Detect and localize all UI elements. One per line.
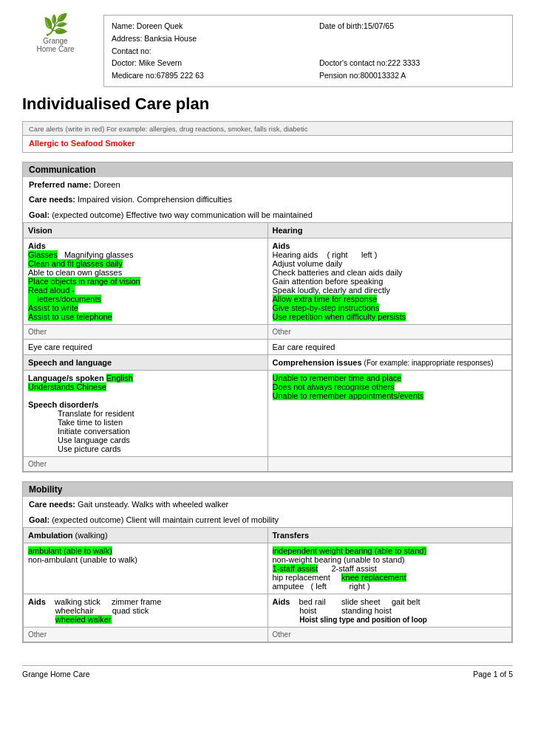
vision-header: Vision (24, 223, 268, 238)
vision-hearing-table: Vision Hearing Aids Glasses Magnifying g… (23, 222, 512, 472)
ambulant: ambulant (able to walk) (28, 546, 112, 555)
aids-ambulation-cell: Aids walking stick zimmer frame wheelcha… (24, 594, 268, 628)
care-needs-row: Care needs: Impaired vision. Comprehensi… (23, 192, 512, 207)
patient-medicare: Medicare no:67895 222 63 (112, 69, 297, 82)
speech-lang-cell: Language/s spoken English Understands Ch… (24, 371, 268, 457)
read-aloud: Read aloud - (28, 286, 75, 295)
not-recognise-others: Does not always recognise others (273, 382, 395, 391)
transfers-cell: independent weight bearing (able to stan… (268, 543, 512, 594)
mobility-header: Mobility (23, 482, 512, 497)
footer: Grange Home Care Page 1 of 5 (22, 665, 513, 678)
knee-replacement: knee replacement (341, 573, 406, 582)
mobility-goal: Goal: (expected outcome) Client will mai… (23, 512, 512, 528)
assist-write: Assist to write (28, 303, 78, 312)
patient-dob: Date of birth:15/07/65 (319, 20, 505, 32)
patient-col-left: Name: Doreen Quek Address: Banksia House… (112, 20, 297, 82)
footer-company: Grange Home Care (22, 670, 90, 678)
patient-doctor: Doctor: Mike Severn (112, 57, 297, 69)
patient-doctor-contact: Doctor's contact no:222 3333 (319, 57, 505, 69)
1-staff: 1-staff assist (273, 564, 318, 573)
place-objects: Place objects in range of vision (28, 277, 140, 286)
mobility-other-right: Other (268, 628, 512, 642)
unable-remember-appt: Unable to remember appointments/events (273, 391, 424, 400)
comprehension-other (268, 457, 512, 472)
logo-icon: 🌿 (43, 15, 69, 35)
mobility-care-needs: Care needs: Gait unsteady. Walks with wh… (23, 497, 512, 512)
goal-row: Goal: (expected outcome) Effective two w… (23, 207, 512, 223)
header: 🌿 Grange Home Care Name: Doreen Quek Add… (22, 15, 513, 87)
page-title: Individualised Care plan (22, 94, 513, 114)
comprehension-items-cell: Unable to remember time and place Does n… (268, 371, 512, 457)
speech-lang-header: Speech and language (24, 355, 268, 371)
preferred-name-row: Preferred name: Doreen (23, 177, 512, 193)
hearing-aids-cell: Aids Hearing aids ( right left ) Adjust … (268, 238, 512, 325)
mobility-table: Ambulation (walking) Transfers ambulant … (23, 527, 512, 642)
clean-glasses: Clean and fit glasses daily (28, 259, 123, 268)
speech-other: Other (24, 457, 268, 472)
patient-contact: Contact no: (112, 45, 297, 58)
patient-name: Name: Doreen Quek (112, 20, 297, 32)
hearing-other: Other (268, 325, 512, 340)
footer-page: Page 1 of 5 (473, 670, 513, 678)
transfers-header: Transfers (268, 528, 512, 543)
eye-care-cell: Eye care required (24, 340, 268, 355)
logo-area: 🌿 Grange Home Care (22, 15, 89, 53)
assist-telephone: Assist to use telephone (28, 312, 112, 321)
logo-text: Grange Home Care (36, 37, 74, 53)
hearing-header: Hearing (268, 223, 512, 238)
step-by-step: Give step-by-step instructions (273, 303, 380, 312)
aids-transfers-cell: Aids bed rail slide sheet gait belt hois… (268, 594, 512, 628)
vision-other: Other (24, 325, 268, 340)
vision-aids-cell: Aids Glasses Magnifying glasses Clean an… (24, 238, 268, 325)
care-alerts-header: Care alerts (write in red) For example: … (23, 122, 512, 136)
patient-address: Address: Banksia House (112, 32, 297, 45)
letters-docs: letters/documents (28, 295, 101, 303)
patient-pension: Pension no:800013332 A (319, 69, 505, 82)
mobility-other-left: Other (24, 628, 268, 642)
understands-chinese: Understands Chinese (28, 382, 106, 391)
ear-care-cell: Ear care required (268, 340, 512, 355)
glasses-highlight: Glasses (28, 250, 58, 259)
patient-info: Name: Doreen Quek Address: Banksia House… (103, 15, 513, 87)
use-repetition: Use repetition when difficulty persists (273, 312, 406, 321)
communication-section: Communication Preferred name: Doreen Car… (22, 162, 513, 473)
patient-col-right: Date of birth:15/07/65 Doctor's contact … (319, 20, 505, 82)
unable-remember-time: Unable to remember time and place (273, 374, 402, 382)
communication-header: Communication (23, 162, 512, 177)
care-alerts-section: Care alerts (write in red) For example: … (22, 121, 513, 153)
ambulation-header: Ambulation (walking) (24, 528, 268, 543)
allow-extra-time: Allow extra time for response (273, 295, 378, 303)
lang-english: English (106, 374, 133, 382)
mobility-section: Mobility Care needs: Gait unsteady. Walk… (22, 481, 513, 643)
comprehension-header-cell: Comprehension issues (For example: inapp… (268, 355, 512, 371)
wheeled-walker: wheeled walker (55, 615, 112, 624)
care-alerts-content: Allergic to Seafood Smoker (23, 136, 512, 152)
ambulation-cell: ambulant (able to walk) non-ambulant (un… (24, 543, 268, 594)
indep-weight: independent weight bearing (able to stan… (273, 546, 427, 555)
